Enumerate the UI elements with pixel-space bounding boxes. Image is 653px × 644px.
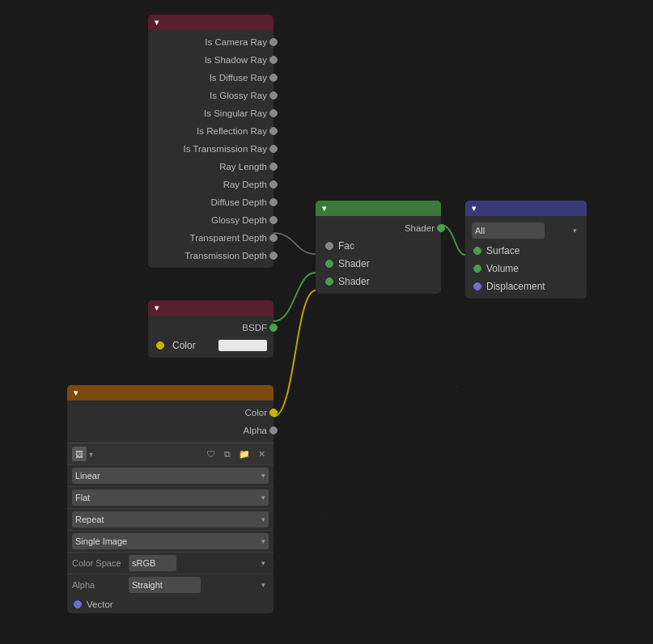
label-surface: Surface xyxy=(486,245,519,256)
mix-shader-fac-row: Fac xyxy=(316,237,441,255)
shadeless-copy-icon[interactable]: ⧉ xyxy=(220,447,235,461)
shadeless-close-icon[interactable]: ✕ xyxy=(254,447,269,461)
label-is-glossy-ray: Is Glossy Ray xyxy=(155,91,267,100)
colorspace-dropdown[interactable]: sRGB Linear Non-Color xyxy=(129,555,176,571)
shadeless-header[interactable]: ▾ xyxy=(67,385,273,400)
label-glossy-depth: Glossy Depth xyxy=(155,215,267,225)
bsdf-color-swatch[interactable] xyxy=(218,340,267,351)
socket-mix-shader2[interactable] xyxy=(325,278,333,286)
flat-dropdown-wrapper: Flat Box Sphere Tube xyxy=(72,489,269,506)
label-mix-shader2: Shader xyxy=(338,276,370,287)
shadeless-folder-icon[interactable]: 📁 xyxy=(237,447,252,461)
source-dropdown[interactable]: Single Image Image Sequence Movie Genera… xyxy=(72,533,269,549)
connection-lightpath-to-mix-fac xyxy=(273,233,316,254)
label-is-shadow-ray: Is Shadow Ray xyxy=(155,55,267,65)
label-mix-shader1: Shader xyxy=(338,258,370,269)
material-output-dropdown-row: All Surface Volume xyxy=(465,219,587,242)
socket-ray-length[interactable] xyxy=(269,163,278,171)
linear-dropdown-wrapper: Linear Closest Cubic xyxy=(72,468,269,484)
shadeless-collapse-arrow: ▾ xyxy=(74,388,78,397)
colorspace-dropdown-row: Color Space sRGB Linear Non-Color xyxy=(67,552,273,574)
single-image-dropdown-wrapper: Single Image Image Sequence Movie Genera… xyxy=(72,533,269,549)
socket-is-diffuse-ray[interactable] xyxy=(269,74,278,82)
label-diffuse-depth: Diffuse Depth xyxy=(155,197,267,207)
repeat-dropdown-wrapper: Repeat Clip Extend xyxy=(72,511,269,527)
socket-volume[interactable] xyxy=(473,265,481,273)
light-path-collapse-arrow: ▾ xyxy=(155,18,159,27)
socket-transparent-depth[interactable] xyxy=(269,234,278,242)
socket-is-camera-ray[interactable] xyxy=(269,38,278,46)
label-ray-depth: Ray Depth xyxy=(155,180,267,189)
socket-mix-shader-output[interactable] xyxy=(437,224,445,232)
alpha-dropdown-row: Alpha Straight Premultiplied Channel Pac… xyxy=(67,574,273,595)
colorspace-label: Color Space xyxy=(72,558,129,568)
mix-shader-collapse-arrow: ▾ xyxy=(322,204,326,213)
socket-is-singular-ray[interactable] xyxy=(269,109,278,117)
vector-row: Vector xyxy=(67,595,273,613)
socket-vector[interactable] xyxy=(74,600,82,608)
alpha-dropdown[interactable]: Straight Premultiplied Channel Packed No… xyxy=(129,577,201,593)
label-transmission-depth: Transmission Depth xyxy=(155,251,267,261)
shadeless-color-row: Color xyxy=(67,404,273,422)
socket-bsdf-color[interactable] xyxy=(156,341,164,350)
light-path-body: Is Camera Ray Is Shadow Ray Is Diffuse R… xyxy=(148,30,273,268)
material-output-header[interactable]: ▾ xyxy=(465,201,587,216)
colorspace-dropdown-wrapper: sRGB Linear Non-Color xyxy=(129,555,269,571)
socket-is-glossy-ray[interactable] xyxy=(269,91,278,100)
repeat-dropdown-row: Repeat Clip Extend xyxy=(67,508,273,530)
socket-bsdf-output[interactable] xyxy=(269,324,278,332)
output-row-is-shadow-ray: Is Shadow Ray xyxy=(148,51,273,69)
socket-ray-depth[interactable] xyxy=(269,180,278,189)
socket-glossy-depth[interactable] xyxy=(269,216,278,224)
projection-dropdown[interactable]: Flat Box Sphere Tube xyxy=(72,489,269,506)
socket-diffuse-depth[interactable] xyxy=(269,198,278,206)
transparent-bsdf-header[interactable]: ▾ xyxy=(148,300,273,316)
socket-is-transmission-ray[interactable] xyxy=(269,145,278,153)
socket-shadeless-color[interactable] xyxy=(269,409,278,417)
socket-is-reflection-ray[interactable] xyxy=(269,127,278,135)
linear-dropdown-row: Linear Closest Cubic xyxy=(67,464,273,486)
label-shadeless-alpha: Alpha xyxy=(74,426,267,435)
material-output-dropdown-wrapper: All Surface Volume xyxy=(472,222,580,239)
socket-mix-shader1[interactable] xyxy=(325,260,333,268)
material-output-collapse-arrow: ▾ xyxy=(472,204,476,213)
interpolation-dropdown[interactable]: Linear Closest Cubic xyxy=(72,468,269,484)
shadeless-toolbar-icons: 🛡 ⧉ 📁 ✕ xyxy=(203,447,269,461)
socket-shadeless-alpha[interactable] xyxy=(269,426,278,434)
output-row-transmission-depth: Transmission Depth xyxy=(148,247,273,265)
socket-mix-fac[interactable] xyxy=(325,242,333,250)
label-bsdf-output: BSDF xyxy=(155,323,267,333)
vector-label: Vector xyxy=(87,600,113,609)
mix-shader-node: ▾ Shader Fac Shader Shader xyxy=(316,201,441,294)
light-path-node: ▾ Is Camera Ray Is Shadow Ray Is Diffuse… xyxy=(148,15,273,268)
connection-bsdf-to-mix-shader1 xyxy=(273,273,316,321)
output-row-is-transmission-ray: Is Transmission Ray xyxy=(148,140,273,158)
mix-shader-header[interactable]: ▾ xyxy=(316,201,441,216)
alpha-label: Alpha xyxy=(72,580,129,590)
image-type-icon: 🖼 xyxy=(72,447,87,461)
shadeless-shield-icon[interactable]: 🛡 xyxy=(203,447,218,461)
connection-shadeless-to-mix-shader2 xyxy=(273,290,316,417)
label-displacement: Displacement xyxy=(486,281,545,292)
socket-surface[interactable] xyxy=(473,247,481,255)
label-ray-length: Ray Length xyxy=(155,162,267,172)
alpha-dropdown-wrapper: Straight Premultiplied Channel Packed No… xyxy=(129,577,269,593)
output-row-is-camera-ray: Is Camera Ray xyxy=(148,33,273,51)
output-row-is-reflection-ray: Is Reflection Ray xyxy=(148,122,273,140)
mix-shader-shader2-row: Shader xyxy=(316,273,441,290)
shadeless-image-toolbar: 🖼 ▾ 🛡 ⧉ 📁 ✕ xyxy=(67,443,273,464)
mix-shader-shader1-row: Shader xyxy=(316,255,441,273)
output-row-ray-length: Ray Length xyxy=(148,158,273,176)
transparent-bsdf-node: ▾ BSDF Color xyxy=(148,300,273,358)
socket-displacement[interactable] xyxy=(473,282,481,290)
material-output-body: All Surface Volume Surface Volume Displa… xyxy=(465,216,587,299)
bsdf-output-row: BSDF xyxy=(148,319,273,337)
extension-dropdown[interactable]: Repeat Clip Extend xyxy=(72,511,269,527)
socket-transmission-depth[interactable] xyxy=(269,252,278,260)
label-shadeless-color: Color xyxy=(74,408,267,417)
socket-is-shadow-ray[interactable] xyxy=(269,56,278,64)
light-path-header[interactable]: ▾ xyxy=(148,15,273,30)
label-is-reflection-ray: Is Reflection Ray xyxy=(155,126,267,136)
material-output-target-dropdown[interactable]: All Surface Volume xyxy=(472,222,545,239)
output-row-ray-depth: Ray Depth xyxy=(148,176,273,193)
